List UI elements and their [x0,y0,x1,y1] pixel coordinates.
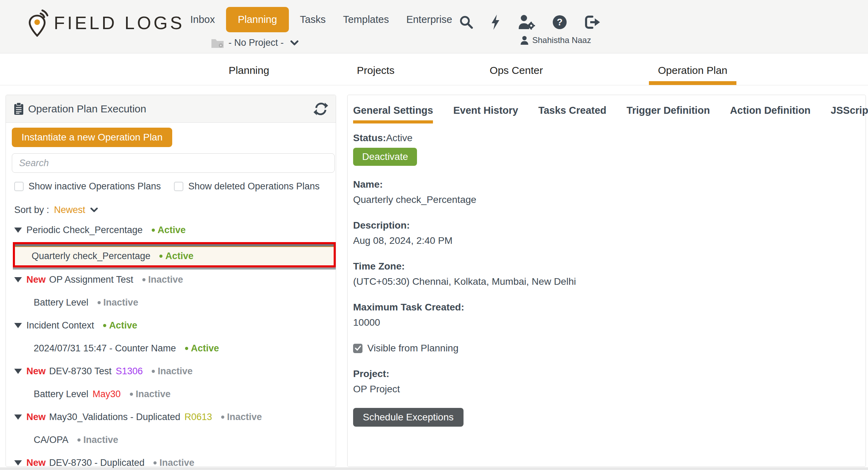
collapse-triangle-icon[interactable] [14,323,22,328]
help-icon[interactable]: ? [552,15,567,30]
plan-name: Incident Context [26,320,94,331]
plan-name: 2024/07/31 15:47 - Counter Name [34,343,176,354]
status-value: Active [386,133,412,143]
visible-from-planning-checkbox[interactable] [353,344,362,353]
status-badge: Inactive [77,435,118,445]
project-selector[interactable]: - No Project - [211,37,299,48]
collapse-triangle-icon[interactable] [14,369,22,374]
collapse-triangle-icon[interactable] [14,277,22,282]
nav-item-inbox[interactable]: Inbox [184,9,221,30]
status-dot-icon [159,255,162,258]
tree-item[interactable]: NewDEV-8730 - DuplicatedInactive [11,451,331,470]
description-value: Aug 08, 2024, 2:40 PM [353,234,866,248]
tab-general-settings[interactable]: General Settings [353,105,433,123]
visible-from-planning-row: Visible from Planning [353,341,866,355]
user-name: Shahistha Naaz [532,35,591,45]
project-value: OP Project [353,382,866,396]
plan-name: DEV-8730 - Duplicated [49,458,145,468]
tree-item[interactable]: NewMay30_Validations - DuplicatedR0613In… [11,405,331,428]
collapse-triangle-icon[interactable] [14,415,22,420]
status-line: Status:Active [353,131,866,145]
nav-item-planning[interactable]: Planning [226,7,289,32]
subnav-tab-ops-center[interactable]: Ops Center [490,65,543,76]
detail-body: Status:Active Deactivate Name: Quarterly… [348,123,866,427]
timezone-label: Time Zone: [353,259,866,273]
search-icon[interactable] [459,15,474,29]
tree-item[interactable]: NewDEV-8730 TestS1306Inactive [11,360,331,383]
user-chip[interactable]: Shahistha Naaz [520,35,591,45]
plan-name: DEV-8730 Test [49,366,112,377]
left-panel-body: Instantiate a new Operation Plan Show in… [6,123,336,470]
plan-name: May30_Validations - Duplicated [49,412,181,422]
sort-label: Sort by : [14,205,49,215]
description-field: Description: Aug 08, 2024, 2:40 PM [353,219,866,248]
tab-jsscript[interactable]: JSScript [831,105,868,123]
plan-name: OP Assignment Test [49,274,133,285]
operation-plan-execution-panel: Operation Plan Execution Instantiate a n… [6,95,336,467]
plan-name: CA/OPA [34,435,68,445]
name-label: Name: [353,178,866,191]
status-badge: Active [152,225,186,236]
left-panel-header: Operation Plan Execution [6,95,336,123]
tab-action-definition[interactable]: Action Definition [730,105,811,123]
subnav-tab-operation-plan[interactable]: Operation Plan [658,65,727,76]
name-value: Quarterly check_Percentage [353,193,866,207]
show-deleted-checkbox[interactable] [174,182,183,191]
main-nav: InboxPlanningTasksTemplatesEnterprise [184,0,458,39]
sort-chevron-down-icon[interactable] [90,207,98,212]
tree-item[interactable]: 2024/07/31 15:47 - Counter NameActive [11,337,331,360]
tree-item[interactable]: CA/OPAInactive [11,428,331,451]
chevron-down-icon [290,40,299,45]
status-badge: Inactive [153,458,194,468]
tab-trigger-definition[interactable]: Trigger Definition [627,105,710,123]
clipboard-icon [14,102,24,116]
left-panel-title: Operation Plan Execution [28,103,314,115]
checkmark-icon [355,345,361,351]
show-inactive-checkbox[interactable] [14,182,24,191]
subnav-tab-projects[interactable]: Projects [357,65,394,76]
detail-tabs: General SettingsEvent HistoryTasks Creat… [348,95,866,123]
subnav-tab-planning[interactable]: Planning [229,65,269,76]
tree-item[interactable]: Periodic Check_PercentageActive [11,219,331,241]
operation-plan-tree: Periodic Check_PercentageActiveQuarterly… [11,219,331,470]
sort-value[interactable]: Newest [54,205,85,215]
lightning-icon[interactable] [490,14,501,30]
tab-event-history[interactable]: Event History [453,105,518,123]
top-icon-bar: ? [459,13,601,31]
nav-item-templates[interactable]: Templates [337,9,395,30]
logout-icon[interactable] [584,15,601,29]
max-task-label: Maximum Task Created: [353,300,866,314]
status-dot-icon [221,416,224,419]
status-dot-icon [185,347,188,350]
show-deleted-label: Show deleted Operations Plans [188,181,319,192]
status-dot-icon [77,438,81,442]
tree-item[interactable]: Battery LevelMay30Inactive [11,383,331,405]
plan-tag: May30 [93,389,121,400]
tab-tasks-created[interactable]: Tasks Created [538,105,606,123]
project-selector-label: - No Project - [228,37,284,48]
search-input[interactable] [12,158,334,169]
new-flag: New [26,274,46,285]
app-logo: FIELD LOGS [26,9,184,37]
tree-item[interactable]: Incident ContextActive [11,314,331,337]
refresh-icon[interactable] [314,102,328,116]
tree-item-selected[interactable]: Quarterly check_PercentageActive [13,242,336,267]
collapse-triangle-icon[interactable] [14,460,22,465]
user-settings-icon[interactable] [517,15,535,30]
schedule-exceptions-button[interactable]: Schedule Exceptions [353,408,464,427]
instantiate-operation-plan-button[interactable]: Instantiate a new Operation Plan [12,128,172,147]
collapse-triangle-icon[interactable] [14,228,22,233]
tree-item[interactable]: NewOP Assignment TestInactive [11,268,331,291]
deactivate-button[interactable]: Deactivate [353,148,417,166]
max-task-field: Maximum Task Created: 10000 [353,300,866,330]
project-field: Project: OP Project [353,367,866,396]
name-field: Name: Quarterly check_Percentage [353,178,866,207]
tree-item[interactable]: Battery LevelInactive [11,291,331,314]
new-flag: New [26,458,46,468]
nav-item-tasks[interactable]: Tasks [294,9,332,30]
status-label: Status: [353,133,386,143]
plan-name: Quarterly check_Percentage [32,251,150,262]
status-badge: Active [103,320,137,331]
nav-item-enterprise[interactable]: Enterprise [400,9,458,30]
timezone-value: (UTC+05:30) Chennai, Kolkata, Mumbai, Ne… [353,275,866,289]
